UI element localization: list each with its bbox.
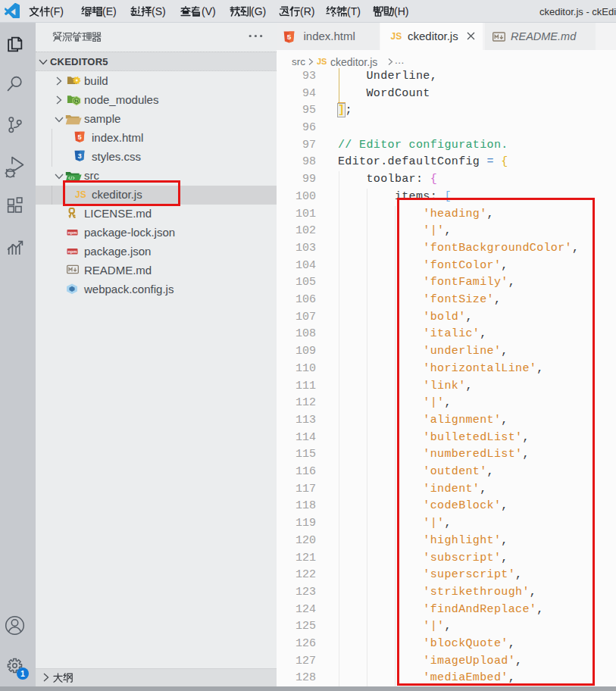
svg-text:3: 3 xyxy=(77,152,81,160)
svg-text:5: 5 xyxy=(77,133,81,141)
svg-text:npm: npm xyxy=(67,249,77,254)
svg-text:5: 5 xyxy=(287,33,292,41)
svg-text:npm: npm xyxy=(67,230,77,235)
